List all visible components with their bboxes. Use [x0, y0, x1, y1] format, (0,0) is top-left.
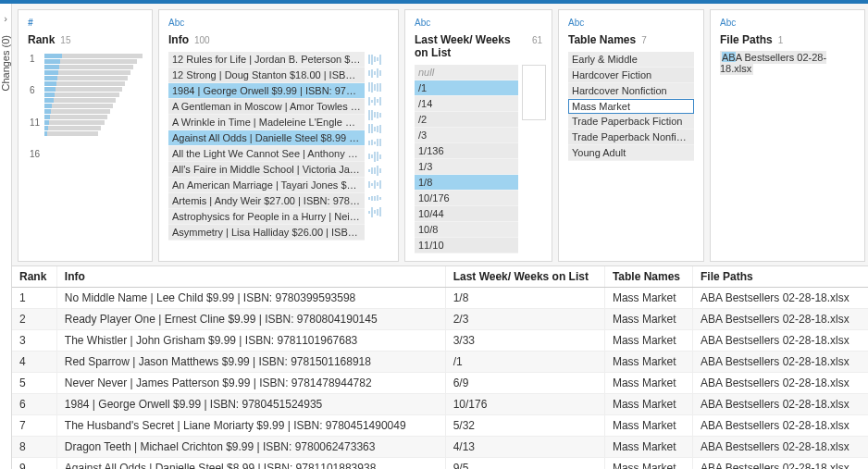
lw-value-list[interactable]: null/1/14/2/31/1361/31/810/17610/4410/81…	[415, 65, 518, 253]
list-item[interactable]: /3	[415, 128, 518, 143]
list-item[interactable]: Against All Odds | Danielle Steel $8.99 …	[168, 130, 365, 146]
cell-rank[interactable]: 3	[12, 330, 56, 352]
cell-fp[interactable]: ABA Bestsellers 02-28-18.xlsx	[692, 288, 868, 309]
card-last-week[interactable]: Abc Last Week/ Weeks on List 61 null/1/1…	[404, 9, 552, 262]
data-grid[interactable]: Rank Info Last Week/ Weeks on List Table…	[12, 265, 868, 469]
list-item[interactable]: Young Adult	[568, 145, 694, 161]
cell-rank[interactable]: 2	[12, 309, 56, 330]
cell-tn[interactable]: Mass Market	[604, 352, 692, 373]
cell-fp[interactable]: ABA Bestsellers 02-28-18.xlsx	[692, 394, 868, 415]
list-item[interactable]: Mass Market	[568, 99, 694, 114]
card-info[interactable]: Abc Info 100 12 Rules for Life | Jordan …	[158, 9, 399, 262]
cell-tn[interactable]: Mass Market	[604, 330, 692, 352]
list-item[interactable]: 10/176	[415, 191, 518, 206]
table-row[interactable]: 7The Husband's Secret | Liane Moriarty $…	[12, 415, 868, 437]
cell-lw[interactable]: 4/13	[445, 437, 604, 458]
list-item[interactable]: An American Marriage | Tayari Jones $26.…	[168, 178, 365, 193]
table-row[interactable]: 9Against All Odds | Danielle Steel $8.99…	[12, 458, 868, 470]
col-fp[interactable]: File Paths	[692, 266, 868, 288]
list-item[interactable]: /1	[415, 80, 518, 96]
tn-value-list[interactable]: Early & MiddleHardcover FictionHardcover…	[568, 52, 694, 161]
list-item[interactable]: 10/8	[415, 222, 518, 238]
cell-lw[interactable]: 1/8	[445, 288, 604, 309]
cell-fp[interactable]: ABA Bestsellers 02-28-18.xlsx	[692, 415, 868, 437]
list-item[interactable]: null	[415, 65, 518, 80]
list-item[interactable]: A Gentleman in Moscow | Amor Towles $27.…	[168, 99, 365, 115]
cell-rank[interactable]: 9	[12, 458, 56, 470]
list-item[interactable]: Astrophysics for People in a Hurry | Nei…	[168, 209, 365, 225]
cell-lw[interactable]: 2/3	[445, 309, 604, 330]
cell-rank[interactable]: 1	[12, 288, 56, 309]
list-item[interactable]: 12 Strong | Doug Stanton $18.00 | ISBN: …	[168, 68, 365, 83]
table-row[interactable]: 3The Whistler | John Grisham $9.99 | ISB…	[12, 330, 868, 352]
cell-tn[interactable]: Mass Market	[604, 288, 692, 309]
cell-lw[interactable]: 5/32	[445, 415, 604, 437]
cell-tn[interactable]: Mass Market	[604, 394, 692, 415]
list-item[interactable]: 11/10	[415, 238, 518, 253]
cell-info[interactable]: Dragon Teeth | Michael Crichton $9.99 | …	[56, 437, 445, 458]
cell-fp[interactable]: ABA Bestsellers 02-28-18.xlsx	[692, 309, 868, 330]
changes-label[interactable]: Changes (0)	[0, 35, 11, 92]
expand-changes-icon[interactable]: ›	[4, 13, 7, 24]
card-rank[interactable]: # Rank 15 161116	[18, 9, 153, 262]
table-row[interactable]: 1No Middle Name | Lee Child $9.99 | ISBN…	[12, 288, 868, 309]
list-item[interactable]: Hardcover Fiction	[568, 68, 694, 83]
table-row[interactable]: 4Red Sparrow | Jason Matthews $9.99 | IS…	[12, 352, 868, 373]
list-item[interactable]: A Wrinkle in Time | Madeleine L'Engle $8…	[168, 115, 365, 130]
list-item[interactable]: Hardcover Nonfiction	[568, 83, 694, 99]
col-lw[interactable]: Last Week/ Weeks on List	[445, 266, 604, 288]
cell-lw[interactable]: 10/176	[445, 394, 604, 415]
list-item[interactable]: 1/3	[415, 159, 518, 175]
col-tn[interactable]: Table Names	[604, 266, 692, 288]
table-row[interactable]: 61984 | George Orwell $9.99 | ISBN: 9780…	[12, 394, 868, 415]
cell-lw[interactable]: 9/5	[445, 458, 604, 470]
list-item[interactable]: /14	[415, 96, 518, 112]
cell-info[interactable]: The Whistler | John Grisham $9.99 | ISBN…	[56, 330, 445, 352]
cell-lw[interactable]: /1	[445, 352, 604, 373]
cell-fp[interactable]: ABA Bestsellers 02-28-18.xlsx	[692, 352, 868, 373]
table-row[interactable]: 8Dragon Teeth | Michael Crichton $9.99 |…	[12, 437, 868, 458]
table-row[interactable]: 2Ready Player One | Ernest Cline $9.99 |…	[12, 309, 868, 330]
cell-lw[interactable]: 3/33	[445, 330, 604, 352]
list-item[interactable]: Trade Paperback Nonfiction	[568, 130, 694, 145]
cell-info[interactable]: 1984 | George Orwell $9.99 | ISBN: 97804…	[56, 394, 445, 415]
cell-fp[interactable]: ABA Bestsellers 02-28-18.xlsx	[692, 330, 868, 352]
cell-rank[interactable]: 4	[12, 352, 56, 373]
cell-tn[interactable]: Mass Market	[604, 373, 692, 394]
cell-tn[interactable]: Mass Market	[604, 309, 692, 330]
list-item[interactable]: 1/136	[415, 143, 518, 159]
cell-fp[interactable]: ABA Bestsellers 02-28-18.xlsx	[692, 373, 868, 394]
cell-info[interactable]: The Husband's Secret | Liane Moriarty $9…	[56, 415, 445, 437]
table-row[interactable]: 5Never Never | James Patterson $9.99 | I…	[12, 373, 868, 394]
list-item[interactable]: All's Faire in Middle School | Victoria …	[168, 162, 365, 178]
cell-info[interactable]: Never Never | James Patterson $9.99 | IS…	[56, 373, 445, 394]
cell-rank[interactable]: 7	[12, 415, 56, 437]
list-item[interactable]: 1984 | George Orwell $9.99 | ISBN: 97804…	[168, 83, 365, 99]
cell-fp[interactable]: ABA Bestsellers 02-28-18.xlsx	[692, 458, 868, 470]
info-value-list[interactable]: 12 Rules for Life | Jordan B. Peterson $…	[168, 52, 365, 241]
cell-fp[interactable]: ABA Bestsellers 02-28-18.xlsx	[692, 437, 868, 458]
list-item[interactable]: All the Light We Cannot See | Anthony Do…	[168, 146, 365, 162]
card-file-paths[interactable]: Abc File Paths 1 ABA Bestsellers 02-28-1…	[710, 9, 865, 262]
fp-value[interactable]: ABA Bestsellers 02-28-18.xlsx	[720, 52, 855, 74]
list-item[interactable]: Asymmetry | Lisa Halliday $26.00 | ISBN:…	[168, 225, 365, 241]
cell-info[interactable]: Ready Player One | Ernest Cline $9.99 | …	[56, 309, 445, 330]
list-item[interactable]: Artemis | Andy Weir $27.00 | ISBN: 97805…	[168, 193, 365, 209]
col-info[interactable]: Info	[56, 266, 445, 288]
cell-tn[interactable]: Mass Market	[604, 415, 692, 437]
card-table-names[interactable]: Abc Table Names 7 Early & MiddleHardcove…	[558, 9, 704, 262]
list-item[interactable]: 12 Rules for Life | Jordan B. Peterson $…	[168, 52, 365, 68]
list-item[interactable]: Early & Middle	[568, 52, 694, 68]
cell-tn[interactable]: Mass Market	[604, 458, 692, 470]
list-item[interactable]: /2	[415, 112, 518, 128]
cell-info[interactable]: Red Sparrow | Jason Matthews $9.99 | ISB…	[56, 352, 445, 373]
cell-rank[interactable]: 6	[12, 394, 56, 415]
cell-rank[interactable]: 5	[12, 373, 56, 394]
cell-tn[interactable]: Mass Market	[604, 437, 692, 458]
list-item[interactable]: 1/8	[415, 175, 518, 191]
list-item[interactable]: Trade Paperback Fiction	[568, 114, 694, 130]
col-rank[interactable]: Rank	[12, 266, 56, 288]
cell-lw[interactable]: 6/9	[445, 373, 604, 394]
cell-info[interactable]: No Middle Name | Lee Child $9.99 | ISBN:…	[56, 288, 445, 309]
cell-info[interactable]: Against All Odds | Danielle Steel $8.99 …	[56, 458, 445, 470]
